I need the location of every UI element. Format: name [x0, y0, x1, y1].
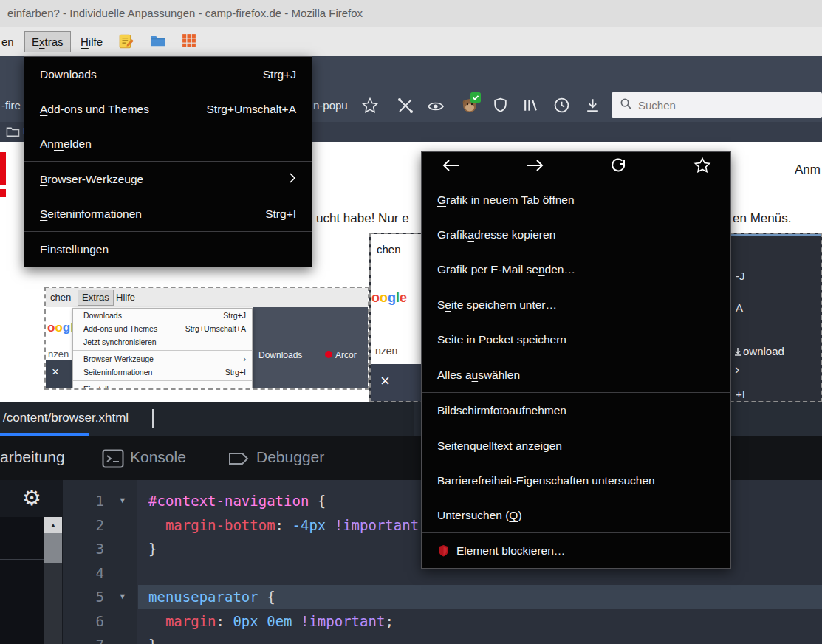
image2-shortcut-fragment: +I — [736, 388, 745, 400]
menu-item-anmelden[interactable]: Anmelden — [24, 126, 312, 161]
devtools-file-tab[interactable]: /content/browser.xhtml — [3, 411, 129, 425]
menu-extras[interactable]: Extras — [25, 32, 70, 52]
menu-item-shortcut: Strg+I — [265, 208, 296, 221]
grid-bookmark-icon[interactable] — [182, 33, 198, 49]
context-item-accessibility[interactable]: Barrierefreiheit-Eigenschaften untersuch… — [422, 463, 730, 498]
urlbar-text-left[interactable]: -fire — [1, 99, 21, 112]
urlbar-text-right[interactable]: n-popu — [313, 99, 348, 112]
gutter-row: 5▼ — [63, 585, 137, 609]
downloads-icon[interactable] — [584, 97, 602, 114]
gear-icon[interactable]: ⚙ — [22, 487, 41, 509]
code-line: } — [138, 633, 822, 644]
line-number: 3 — [96, 537, 104, 561]
context-menu-nav-row — [422, 152, 730, 182]
akey-pre: E — [32, 35, 39, 48]
context-item-take-screenshot[interactable]: Bildschirmfoto aufnehmen — [422, 393, 730, 428]
menu-item-browser-werkzeuge[interactable]: Browser-Werkzeuge — [24, 162, 312, 196]
debugger-icon[interactable] — [227, 449, 250, 468]
image1-downloads-label: Downloads — [258, 350, 302, 360]
context-item-block-element[interactable]: Element blockieren… — [422, 533, 730, 568]
reload-icon[interactable] — [610, 157, 628, 177]
akey-post: tras — [45, 35, 64, 48]
gutter-row: 1▼ — [63, 489, 137, 513]
menu-item-label: Barrierefreiheit-Eigenschaften untersuch… — [437, 474, 655, 487]
context-item-view-source[interactable]: Seitenquelltext anzeigen — [422, 428, 730, 463]
extension-eye-icon[interactable] — [427, 97, 445, 114]
fold-arrow-icon[interactable]: ▼ — [120, 489, 125, 513]
search-input[interactable]: Suchen — [612, 92, 822, 118]
menu-item-addons[interactable]: Add-ons und ThemesStrg+Umschalt+A — [24, 92, 312, 126]
menu-item-label: Seite speichern unter… — [437, 298, 557, 312]
gutter-row: 2▼ — [63, 513, 137, 538]
tab-style-editor[interactable]: arbeitung — [0, 448, 65, 466]
image1-arcor-logo — [325, 351, 332, 358]
context-item-copy-image-address[interactable]: Grafikadresse kopieren — [422, 217, 730, 252]
pane-divider — [0, 559, 44, 560]
menu-item-label: Element blockieren… — [437, 544, 565, 558]
image1-google-logo-fragment: oogl — [47, 321, 74, 335]
context-item-select-all[interactable]: Alles auswählen — [422, 357, 730, 392]
menu-item-label: Downloads — [40, 68, 97, 81]
bookmark-star-icon[interactable] — [361, 97, 379, 114]
fold-arrow-icon[interactable]: ▼ — [120, 585, 125, 609]
scroll-up-button[interactable]: ▲ — [44, 517, 62, 533]
line-number: 2 — [96, 513, 104, 538]
akey-post: ilfe — [89, 35, 103, 48]
menubar: en Extras Hilfe — [0, 27, 822, 56]
image1-menu-partial: chen — [50, 290, 71, 305]
image1-dark-band: × — [46, 360, 72, 390]
context-item-open-image-new-tab[interactable]: Grafik in neuem Tab öffnen — [422, 182, 730, 217]
image1-menu-item: Add-ons und ThemesStrg+Umschalt+A — [73, 322, 252, 335]
stylesheet-list-pane — [0, 517, 44, 644]
note-bookmark-icon[interactable] — [118, 33, 134, 49]
line-number: 6 — [96, 609, 104, 634]
tab-debugger[interactable]: Debugger — [256, 448, 324, 466]
gutter-row: 6▼ — [63, 609, 137, 634]
image1-menu-item: Jetzt synchronisieren — [73, 335, 252, 349]
image2-submenu-arrow: › — [735, 361, 739, 377]
bookmark-star-icon[interactable] — [693, 157, 711, 177]
image1-menu-separator — [73, 380, 252, 381]
menu-item-einstellungen[interactable]: Einstellungen — [24, 232, 312, 267]
scrollbar[interactable]: ▲ — [44, 517, 62, 644]
image2-text-fragment: nzen — [375, 345, 397, 357]
context-item-email-image[interactable]: Grafik per E-Mail senden… — [422, 252, 730, 287]
window-titlebar[interactable]: einfärben? - Individuelle Anpassungen - … — [0, 0, 822, 27]
line-number: 4 — [96, 561, 104, 586]
devtools-side-rail: ⚙ ▲ — [0, 480, 63, 644]
context-item-save-page-as[interactable]: Seite speichern unter… — [422, 287, 730, 322]
context-menu: Grafik in neuem Tab öffnen Grafikadresse… — [421, 151, 731, 569]
line-number: 7 — [96, 633, 104, 644]
akey: x — [39, 35, 45, 48]
library-icon[interactable] — [522, 97, 540, 114]
context-item-inspect[interactable]: Untersuchen (Q) — [422, 498, 730, 532]
akey: H — [81, 35, 89, 48]
console-icon[interactable] — [102, 449, 124, 468]
menu-item-label: Bildschirmfoto aufnehmen — [437, 404, 566, 417]
bookmark-folder-icon[interactable] — [6, 126, 20, 140]
menu-partial[interactable]: en — [0, 32, 16, 52]
menu-item-label: Anmelden — [40, 137, 92, 151]
menu-hilfe[interactable]: Hilfe — [74, 32, 109, 52]
extension-tools-icon[interactable] — [397, 97, 414, 114]
screen: einfärben? - Individuelle Anpassungen - … — [0, 0, 822, 644]
post-image-old-menu[interactable]: chen Extras Hilfe oogl nzen × Downloads … — [44, 287, 369, 390]
extension-shield-icon[interactable] — [492, 97, 510, 114]
anmelden-link-partial[interactable]: Anm — [795, 162, 821, 177]
extension-badge-icon[interactable] — [470, 92, 481, 103]
menu-item-downloads[interactable]: DownloadsStrg+J — [24, 57, 312, 92]
image1-background-right: Downloads Arcor — [253, 307, 368, 390]
menu-item-shortcut: Strg+Umschalt+A — [207, 103, 296, 116]
image2-shortcut-fragment: -J — [736, 270, 745, 282]
image2-close-icon: × — [380, 371, 390, 391]
scrollbar-thumb[interactable] — [44, 533, 62, 563]
back-icon[interactable] — [441, 157, 460, 177]
history-clock-icon[interactable] — [553, 97, 571, 114]
post-text-right: en Menüs. — [733, 211, 791, 226]
forward-icon[interactable] — [526, 157, 545, 177]
context-item-save-to-pocket[interactable]: Seite in Pocket speichern — [422, 322, 730, 357]
menu-item-seiteninformationen[interactable]: SeiteninformationenStrg+I — [24, 196, 312, 231]
folder-bookmark-icon[interactable] — [150, 33, 166, 49]
tab-console[interactable]: Konsole — [130, 448, 186, 466]
image1-dropdown: DownloadsStrg+J Add-ons und ThemesStrg+U… — [72, 308, 253, 390]
